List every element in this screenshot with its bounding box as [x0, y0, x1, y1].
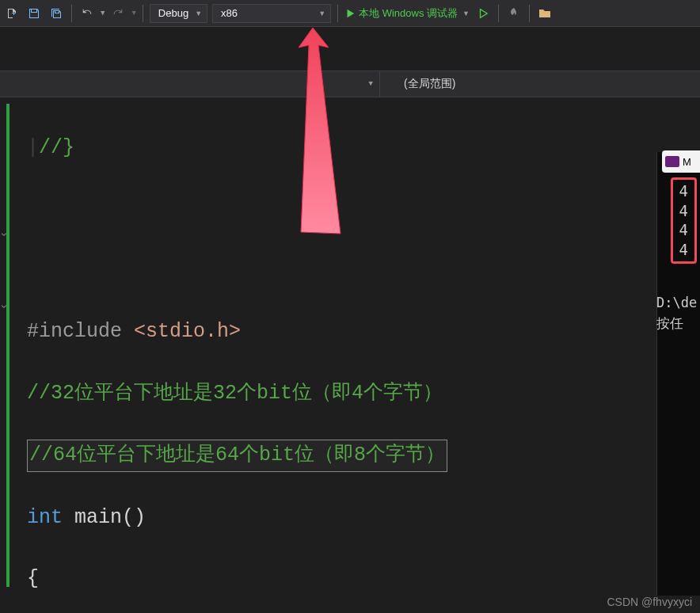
- save-all-icon[interactable]: [48, 5, 65, 22]
- code-comment-32: //32位平台下地址是32个bit位（即4个字节）: [27, 382, 443, 405]
- kw-int: int: [27, 506, 63, 529]
- preproc-include: #include: [27, 320, 122, 343]
- hot-reload-icon[interactable]: [505, 5, 523, 22]
- highlighted-line: //64位平台下地址是64个bit位（即8个字节）: [27, 440, 447, 472]
- toolbar-divider: [71, 5, 72, 22]
- watermark: CSDN @fhvyxyci: [607, 596, 692, 608]
- scope-label[interactable]: (全局范围): [380, 77, 455, 91]
- output-values-box: 4 4 4 4: [671, 177, 697, 264]
- undo-icon[interactable]: [78, 5, 96, 22]
- output-text: D:\de 按任: [656, 293, 700, 333]
- output-value: 4: [679, 240, 688, 260]
- output-prompt: 按任: [656, 314, 700, 334]
- main-toolbar: ▼ ▼ Debug ▼ x86 ▼ 本地 Windows 调试器 ▼: [0, 0, 700, 27]
- redo-dropdown-arrow[interactable]: ▼: [131, 10, 135, 17]
- output-tab[interactable]: M: [662, 150, 700, 173]
- modification-bar: [6, 104, 10, 587]
- configuration-label: Debug: [158, 7, 188, 19]
- configuration-dropdown[interactable]: Debug ▼: [150, 4, 207, 23]
- chevron-down-icon: ▼: [462, 10, 470, 17]
- toolbar-divider: [498, 5, 499, 22]
- redo-icon[interactable]: [109, 5, 127, 22]
- platform-label: x86: [221, 7, 238, 19]
- chevron-down-icon: ▼: [369, 80, 373, 88]
- new-item-icon[interactable]: [3, 5, 21, 22]
- output-value: 4: [679, 201, 688, 221]
- output-value: 4: [679, 220, 688, 240]
- code-comment: //}: [39, 136, 74, 159]
- undo-dropdown-arrow[interactable]: ▼: [101, 10, 105, 17]
- toolbar-divider: [143, 5, 143, 22]
- chevron-down-icon: ▼: [318, 10, 325, 17]
- start-debug-button[interactable]: 本地 Windows 调试器 ▼: [344, 6, 470, 21]
- fn-main: main: [74, 506, 122, 529]
- code-editor[interactable]: › › |//} #include <stdio.h> //32位平台下地址是3…: [0, 97, 700, 604]
- toolbar-divider: [529, 5, 530, 22]
- console-icon: [665, 156, 679, 167]
- scope-left-dropdown[interactable]: ▼: [0, 71, 380, 97]
- start-without-debug-icon[interactable]: [474, 5, 492, 22]
- include-header: <stdio.h>: [134, 320, 241, 343]
- output-path: D:\de: [656, 293, 700, 314]
- chevron-down-icon: ▼: [195, 10, 202, 17]
- start-debug-label: 本地 Windows 调试器: [359, 6, 458, 21]
- navigation-bar: ▼ (全局范围): [0, 70, 700, 97]
- toolbar-divider: [337, 5, 338, 22]
- save-icon[interactable]: [25, 5, 43, 22]
- code-comment-64: //64位平台下地址是64个bit位（即8个字节）: [29, 444, 445, 466]
- platform-dropdown[interactable]: x86 ▼: [212, 4, 331, 23]
- output-tab-label: M: [683, 156, 691, 168]
- fold-chevron-icon[interactable]: ›: [0, 231, 10, 238]
- open-folder-icon[interactable]: [536, 5, 554, 22]
- output-value: 4: [679, 181, 688, 201]
- fold-chevron-icon[interactable]: ›: [0, 303, 10, 310]
- code-content: |//} #include <stdio.h> //32位平台下地址是32个bi…: [16, 97, 700, 604]
- editor-gutter: › ›: [0, 97, 16, 604]
